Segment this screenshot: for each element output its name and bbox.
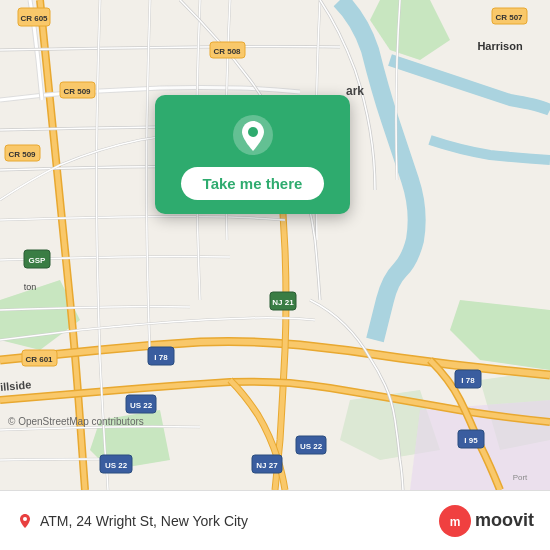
svg-text:Harrison: Harrison (477, 40, 523, 52)
svg-text:ark: ark (346, 84, 364, 98)
svg-text:I 78: I 78 (461, 376, 475, 385)
moovit-brand-icon: m (439, 505, 471, 537)
location-info: ATM, 24 Wright St, New York City (16, 512, 248, 530)
svg-text:NJ 27: NJ 27 (256, 461, 278, 470)
location-pin-icon (231, 113, 275, 157)
svg-text:US 22: US 22 (105, 461, 128, 470)
svg-text:I 78: I 78 (154, 353, 168, 362)
map-container: CR 605 CR 509 CR 508 CR 507 CR 509 GSP N… (0, 0, 550, 490)
svg-text:GSP: GSP (29, 256, 47, 265)
bottom-bar: ATM, 24 Wright St, New York City m moovi… (0, 490, 550, 550)
location-dot-icon (16, 512, 34, 530)
svg-text:CR 507: CR 507 (495, 13, 523, 22)
location-card[interactable]: Take me there (155, 95, 350, 214)
svg-text:CR 601: CR 601 (25, 355, 53, 364)
svg-text:CR 508: CR 508 (213, 47, 241, 56)
moovit-logo: m moovit (439, 505, 534, 537)
svg-text:US 22: US 22 (300, 442, 323, 451)
svg-text:CR 605: CR 605 (20, 14, 48, 23)
svg-text:US 22: US 22 (130, 401, 153, 410)
svg-point-44 (23, 517, 27, 521)
svg-text:CR 509: CR 509 (63, 87, 91, 96)
moovit-brand-text: moovit (475, 510, 534, 531)
svg-point-43 (248, 127, 258, 137)
svg-text:m: m (450, 515, 461, 529)
svg-text:NJ 21: NJ 21 (272, 298, 294, 307)
location-label: ATM, 24 Wright St, New York City (40, 513, 248, 529)
copyright-text: © OpenStreetMap contributors (8, 416, 144, 427)
svg-text:CR 509: CR 509 (8, 150, 36, 159)
svg-text:ton: ton (24, 282, 37, 292)
svg-text:Port: Port (513, 473, 528, 482)
svg-text:I 95: I 95 (464, 436, 478, 445)
take-me-there-button[interactable]: Take me there (181, 167, 325, 200)
